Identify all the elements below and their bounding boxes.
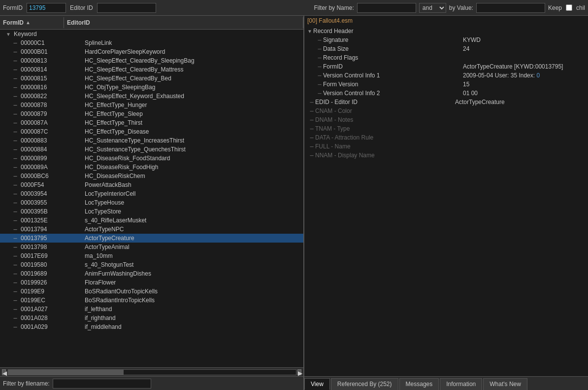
tree-item-icon: ─ — [12, 165, 19, 170]
chil-label: chil — [576, 4, 585, 11]
tab-button[interactable]: What's New — [483, 378, 527, 390]
tree-row[interactable]: ─ 00003954 LocTypeInteriorCell — [0, 189, 303, 198]
tree-item-icon: ─ — [12, 111, 19, 117]
record-field-row[interactable]: ─ Version Control Info 2 01 00 — [304, 89, 588, 98]
tree-row[interactable]: ─ 00000878 HC_EffectType_Hunger — [0, 101, 303, 109]
tree-row[interactable]: ─ 00199E9 BoSRadiantOutroTopicKells — [0, 287, 303, 296]
tree-row[interactable]: ─ 00000822 HC_SleepEffect_Keyword_Exhaus… — [0, 92, 303, 101]
record-field-row[interactable]: ─ EDID - Editor ID ActorTypeCreature — [304, 98, 588, 106]
cell-formid: 00003955 — [19, 199, 83, 206]
h-scroll-left[interactable]: ◀ — [2, 369, 6, 375]
filter-name-label: Filter by Name: — [314, 4, 354, 11]
tree-row[interactable]: ─ 0000089A HC_DiseaseRisk_FoodHigh — [0, 163, 303, 172]
tree-row[interactable]: ─ 0001325E s_40_RifleLaserMusket — [0, 216, 303, 225]
record-field-row[interactable]: ─ DATA - Attraction Rule — [304, 133, 588, 142]
tree-row[interactable]: ─ 00013794 ActorTypeNPC — [0, 225, 303, 234]
record-field-row[interactable]: ─ CNAM - Color — [304, 106, 588, 115]
field-expand-icon: ─ — [308, 117, 315, 123]
tree-row[interactable]: ─ 00000B01 HardCorePlayerSleepKeyword — [0, 47, 303, 56]
tree-row[interactable]: ─ 00000C1 SplineLink — [0, 38, 303, 47]
keep-checkbox[interactable] — [566, 4, 572, 11]
tree-row[interactable]: ─ 00000899 HC_DiseaseRisk_FoodStandard — [0, 154, 303, 163]
tree-item-icon: ─ — [12, 200, 19, 206]
h-scroll-track[interactable] — [8, 369, 296, 375]
tab-button[interactable]: Information — [440, 378, 482, 390]
col-header-formid[interactable]: FormID ▲ — [0, 17, 64, 28]
tree-row[interactable]: ─ 00019580 s_40_ShotgunTest — [0, 260, 303, 269]
field-key: Record Flags — [323, 54, 461, 61]
h-scroll-thumb[interactable] — [8, 370, 124, 375]
formid-input[interactable] — [27, 3, 66, 13]
tree-row[interactable]: ─ 00000879 HC_EffectType_Sleep — [0, 109, 303, 118]
record-field-row[interactable]: ─ DNAM - Notes — [304, 115, 588, 124]
cell-editorid: HC_DiseaseRiskChem — [83, 173, 303, 179]
h-scroll-area[interactable]: ◀ ▶ — [0, 367, 303, 376]
record-field-row[interactable]: ─ Form Version 15 — [304, 80, 588, 89]
cell-formid: 00013798 — [19, 244, 83, 250]
cell-editorid: HC_DiseaseRisk_FoodHigh — [83, 164, 303, 171]
tree-row[interactable]: ─ 00013795 ActorTypeCreature — [0, 234, 303, 243]
record-field-row[interactable]: ─ NNAM - Display Name — [304, 151, 588, 160]
record-field-row[interactable]: ─ FormID ActorTypeCreature [KYWD:0001379… — [304, 62, 588, 71]
main-layout: FormID ▲ EditorID ▼ Keyword ─ 00000C1 Sp… — [0, 16, 588, 390]
tab-button[interactable]: Referenced By (252) — [331, 378, 398, 390]
filter-name-input[interactable] — [357, 3, 416, 13]
cell-editorid: if_middlehand — [83, 323, 303, 330]
tree-area[interactable]: ▼ Keyword ─ 00000C1 SplineLink ─ 00000B0… — [0, 30, 303, 367]
tree-item-icon: ─ — [12, 191, 19, 197]
editor-id-input[interactable] — [97, 3, 156, 13]
tree-row[interactable]: ─ 0001A028 if_righthand — [0, 314, 303, 322]
tree-item-icon: ─ — [12, 245, 19, 250]
left-header: FormID ▲ EditorID — [0, 16, 303, 30]
tree-row[interactable]: ─ 00000816 HC_ObjType_SleepingBag — [0, 83, 303, 92]
tree-row[interactable]: ─ 00013798 ActorTypeAnimal — [0, 243, 303, 251]
tree-row[interactable]: ─ 00003955 LocTypeHouse — [0, 198, 303, 207]
right-content[interactable]: ▼ Record Header ─ Signature KYWD ─ Data … — [304, 26, 588, 376]
field-expand-icon: ─ — [308, 153, 315, 158]
cell-editorid: LocTypeHouse — [83, 199, 303, 206]
tree-row[interactable]: ─ 00000884 HC_SustenanceType_QuenchesThi… — [0, 145, 303, 154]
tree-row[interactable]: ─ 0000395B LocTypeStore — [0, 207, 303, 216]
tree-group-row[interactable]: ▼ Keyword — [0, 30, 303, 38]
record-field-row[interactable]: ─ FULL - Name — [304, 142, 588, 151]
bottom-filter: Filter by filename: — [0, 376, 303, 390]
cell-editorid: PowerAttackBash — [83, 181, 303, 188]
and-select[interactable]: and or — [419, 3, 446, 13]
field-expand-icon: ─ — [316, 73, 323, 78]
expand-icon[interactable]: ▼ — [5, 32, 12, 37]
record-header-row[interactable]: ▼ Record Header — [304, 27, 588, 35]
tree-item-icon: ─ — [12, 307, 19, 312]
cell-formid: 00000822 — [19, 93, 83, 100]
by-value-label: by Value: — [449, 4, 473, 11]
record-field-row[interactable]: ─ Version Control Info 1 2009-05-04 User… — [304, 71, 588, 80]
record-field-row[interactable]: ─ Signature KYWD — [304, 35, 588, 44]
cell-formid: 00019689 — [19, 270, 83, 277]
record-field-row[interactable]: ─ Data Size 24 — [304, 44, 588, 53]
filter-value-input[interactable] — [476, 3, 545, 13]
h-scroll-right[interactable]: ▶ — [297, 369, 301, 375]
tree-row[interactable]: ─ 00019689 AnimFurnWashingDishes — [0, 269, 303, 278]
tree-row[interactable]: ─ 00000814 HC_SleepEffect_ClearedBy_Matt… — [0, 65, 303, 74]
tree-row[interactable]: ─ 00000815 HC_SleepEffect_ClearedBy_Bed — [0, 74, 303, 83]
tree-row[interactable]: ─ 0001A029 if_middlehand — [0, 322, 303, 331]
tab-button[interactable]: View — [304, 378, 330, 390]
tab-button[interactable]: Messages — [399, 378, 439, 390]
filter-filename-input[interactable] — [53, 379, 151, 389]
tree-row[interactable]: ─ 00000883 HC_SustenanceType_IncreasesTh… — [0, 136, 303, 145]
tree-row[interactable]: ─ 0000087C HC_EffectType_Disease — [0, 127, 303, 136]
col-header-editorid[interactable]: EditorID — [64, 17, 303, 28]
record-field-row[interactable]: ─ Record Flags — [304, 53, 588, 62]
record-header-expand[interactable]: ▼ — [306, 29, 313, 34]
tree-row[interactable]: ─ 00000813 HC_SleepEffect_ClearedBy_Slee… — [0, 56, 303, 65]
tree-item-icon: ─ — [12, 49, 19, 55]
tree-row[interactable]: ─ 00199926 FloraFlower — [0, 278, 303, 287]
cell-editorid: ActorTypeCreature — [83, 235, 303, 242]
tree-row[interactable]: ─ 0000087A HC_EffectType_Thirst — [0, 118, 303, 127]
tree-row[interactable]: ─ 0000F54 PowerAttackBash — [0, 180, 303, 189]
tree-row[interactable]: ─ 0001A027 if_lefthand — [0, 305, 303, 314]
record-field-row[interactable]: ─ TNAM - Type — [304, 124, 588, 133]
tree-row[interactable]: ─ 00017E69 ma_10mm — [0, 251, 303, 260]
cell-editorid: HC_EffectType_Hunger — [83, 102, 303, 108]
tree-row[interactable]: ─ 00199EC BoSRadiantIntroTopicKells — [0, 296, 303, 305]
tree-row[interactable]: ─ 00000BC6 HC_DiseaseRiskChem — [0, 172, 303, 180]
